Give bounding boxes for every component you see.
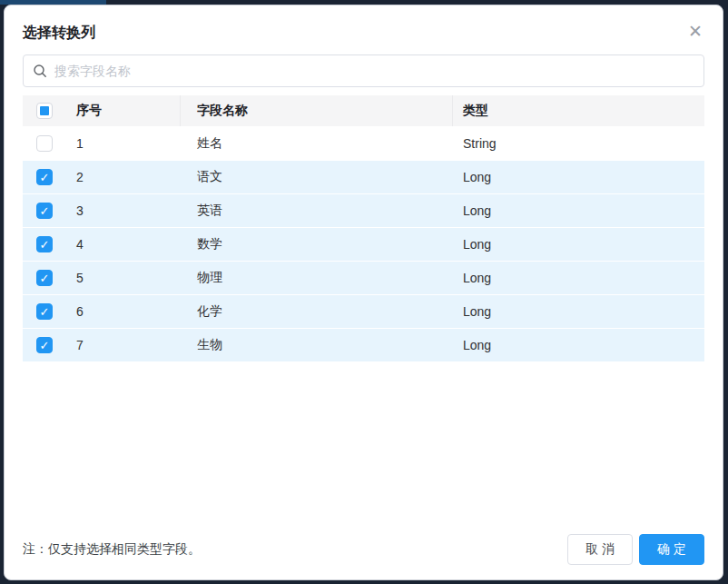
row-index: 2 (66, 161, 180, 193)
column-header-index: 序号 (66, 95, 180, 126)
select-convert-columns-dialog: 选择转换列 ✕ ✓ 序号 字段名称 类型 ✓ 1 姓名 (4, 5, 723, 580)
row-index: 5 (66, 262, 180, 294)
row-index: 1 (66, 127, 180, 160)
row-field-type: Long (452, 194, 704, 227)
row-checkbox[interactable]: ✓ (36, 303, 53, 320)
row-checkbox[interactable]: ✓ (36, 135, 53, 152)
search-icon (33, 64, 47, 78)
checkmark-icon: ✓ (40, 172, 50, 183)
search-field-wrapper (23, 54, 704, 87)
table-row[interactable]: ✓ 3 英语 Long (23, 194, 704, 228)
row-checkbox[interactable]: ✓ (36, 236, 53, 252)
row-field-type: Long (452, 329, 704, 361)
row-index: 7 (66, 329, 180, 361)
row-field-name: 英语 (180, 194, 452, 227)
row-checkbox-cell: ✓ (23, 295, 66, 328)
row-field-name: 物理 (180, 262, 452, 294)
row-checkbox-cell: ✓ (23, 329, 66, 361)
checkmark-icon: ✓ (40, 340, 50, 351)
row-index: 3 (66, 194, 180, 227)
table-row[interactable]: ✓ 4 数学 Long (23, 228, 704, 262)
checkmark-icon: ✓ (40, 272, 50, 284)
footer-note: 注：仅支持选择相同类型字段。 (23, 541, 567, 558)
row-field-name: 姓名 (180, 127, 452, 160)
row-checkbox-cell: ✓ (23, 262, 66, 294)
row-index: 4 (66, 228, 180, 261)
dialog-footer: 注：仅支持选择相同类型字段。 取 消 确 定 (23, 534, 704, 565)
select-all-cell: ✓ (23, 95, 66, 126)
checkmark-icon: ✓ (40, 306, 50, 318)
row-checkbox-cell: ✓ (23, 127, 66, 160)
checkmark-icon: ✓ (40, 239, 50, 251)
dialog-title: 选择转换列 (23, 23, 704, 43)
row-field-type: Long (452, 161, 704, 193)
row-checkbox[interactable]: ✓ (36, 169, 53, 185)
row-checkbox-cell: ✓ (23, 194, 66, 227)
close-icon[interactable]: ✕ (686, 23, 704, 41)
search-input[interactable] (54, 64, 694, 78)
row-field-name: 生物 (180, 329, 452, 361)
row-field-type: String (452, 127, 704, 160)
table-row[interactable]: ✓ 2 语文 Long (23, 161, 704, 194)
column-header-type: 类型 (452, 95, 704, 126)
row-field-name: 数学 (180, 228, 452, 261)
table-row[interactable]: ✓ 7 生物 Long (23, 329, 704, 362)
row-field-type: Long (452, 228, 704, 261)
row-index: 6 (66, 295, 180, 328)
row-checkbox[interactable]: ✓ (36, 337, 53, 353)
table-row[interactable]: ✓ 1 姓名 String (23, 127, 704, 161)
row-field-type: Long (452, 295, 704, 328)
select-all-checkbox[interactable]: ✓ (36, 103, 53, 119)
row-checkbox[interactable]: ✓ (36, 203, 53, 219)
indeterminate-mark-icon (40, 106, 49, 115)
row-field-type: Long (452, 262, 704, 294)
confirm-button[interactable]: 确 定 (639, 534, 704, 565)
row-field-name: 化学 (180, 295, 452, 328)
table-body: ✓ 1 姓名 String ✓ 2 语文 Long ✓ 3 英语 Long ✓ (23, 127, 704, 362)
fields-table: ✓ 序号 字段名称 类型 ✓ 1 姓名 String ✓ 2 语文 Long (23, 95, 704, 362)
table-row[interactable]: ✓ 6 化学 Long (23, 295, 704, 329)
row-checkbox-cell: ✓ (23, 161, 66, 193)
table-row[interactable]: ✓ 5 物理 Long (23, 262, 704, 295)
checkmark-icon: ✓ (40, 205, 50, 217)
cancel-button[interactable]: 取 消 (567, 534, 633, 565)
table-header-row: ✓ 序号 字段名称 类型 (23, 95, 704, 127)
row-checkbox[interactable]: ✓ (36, 270, 53, 286)
column-header-field-name: 字段名称 (180, 95, 452, 126)
row-checkbox-cell: ✓ (23, 228, 66, 261)
row-field-name: 语文 (180, 161, 452, 193)
